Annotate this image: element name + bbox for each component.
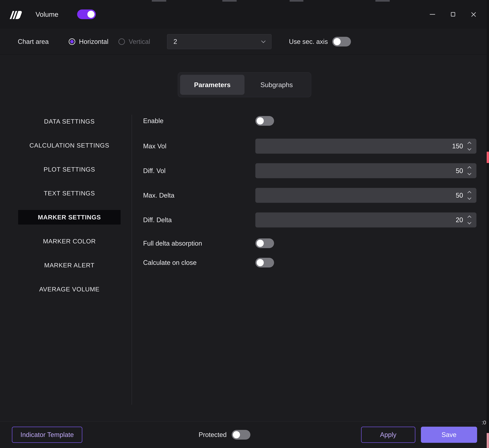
minimize-glyph	[430, 14, 435, 15]
sidebar-item-average-volume[interactable]: AVERAGE VOLUME	[18, 282, 121, 296]
chart-area-select-value: 2	[173, 38, 262, 45]
chart-area-row: Chart area Horizontal Vertical 2 Use sec…	[0, 29, 489, 55]
chevron-up-icon	[467, 191, 471, 195]
max-delta-label: Max. Delta	[143, 192, 255, 199]
tab-subgraphs[interactable]: Subgraphs	[244, 75, 309, 95]
radio-horizontal[interactable]: Horizontal	[69, 38, 108, 45]
indicator-enabled-toggle[interactable]	[77, 9, 96, 19]
max-vol-label: Max Vol	[143, 142, 255, 150]
chevron-up-icon	[467, 142, 471, 145]
radio-horizontal-label: Horizontal	[79, 38, 108, 45]
title-bar: Volume	[0, 0, 489, 29]
window-title: Volume	[36, 10, 58, 18]
chevron-down-icon	[261, 39, 266, 43]
chart-area-select[interactable]: 2	[167, 34, 271, 49]
underlying-axis-label: :0	[482, 419, 486, 426]
toggle-knob	[334, 38, 341, 45]
sidebar-item-marker-alert[interactable]: MARKER ALERT	[18, 258, 121, 272]
tab-parameters[interactable]: Parameters	[180, 75, 244, 95]
sec-axis-toggle[interactable]	[332, 37, 351, 47]
minimize-icon[interactable]	[427, 8, 439, 20]
marker-settings-form: Enable Max Vol 150 Diff. Vol 50 Max. Del…	[132, 113, 489, 405]
tab-group: Parameters Subgraphs	[178, 72, 311, 97]
underlying-chart-marker	[487, 152, 489, 163]
chevron-up-icon	[467, 166, 471, 170]
maximize-icon[interactable]	[447, 8, 459, 20]
stepper-icon[interactable]	[467, 216, 472, 224]
max-delta-row: Max. Delta 50	[143, 188, 476, 203]
full-delta-absorption-toggle[interactable]	[255, 238, 274, 248]
window-controls	[427, 8, 480, 20]
footer-bar: Indicator Template Protected Apply Save	[0, 421, 489, 448]
sidebar-item-marker-settings[interactable]: MARKER SETTINGS	[18, 210, 121, 224]
diff-delta-label: Diff. Delta	[143, 216, 255, 224]
app-logo-icon	[11, 10, 25, 19]
close-glyph	[471, 12, 477, 17]
chevron-down-icon	[467, 147, 471, 151]
full-delta-absorption-row: Full delta absorption	[143, 237, 476, 249]
underlying-window-fragment	[152, 0, 166, 2]
toggle-knob	[87, 11, 95, 18]
save-button[interactable]: Save	[421, 427, 477, 443]
radio-vertical[interactable]: Vertical	[118, 38, 150, 45]
chevron-down-icon	[467, 171, 471, 175]
sidebar-item-marker-color[interactable]: MARKER COLOR	[18, 234, 121, 248]
calculate-on-close-row: Calculate on close	[143, 256, 476, 269]
body-area: DATA SETTINGS CALCULATION SETTINGS PLOT …	[0, 113, 489, 405]
sidebar-item-text-settings[interactable]: TEXT SETTINGS	[18, 186, 121, 200]
stepper-icon[interactable]	[467, 166, 472, 175]
chart-area-label: Chart area	[18, 38, 49, 45]
diff-vol-row: Diff. Vol 50	[143, 163, 476, 178]
calculate-on-close-toggle[interactable]	[255, 258, 274, 267]
sidebar-item-data-settings[interactable]: DATA SETTINGS	[18, 114, 121, 129]
radio-vertical-label: Vertical	[129, 38, 150, 45]
stepper-icon[interactable]	[467, 142, 472, 151]
diff-delta-row: Diff. Delta 20	[143, 212, 476, 227]
max-vol-value: 150	[452, 142, 463, 150]
underlying-chart-marker	[487, 433, 489, 448]
underlying-window-fragment	[290, 0, 303, 2]
enable-row: Enable	[143, 113, 476, 128]
enable-toggle[interactable]	[255, 116, 274, 126]
chevron-down-icon	[467, 196, 471, 200]
diff-delta-input[interactable]: 20	[255, 212, 476, 227]
underlying-chart-edge	[487, 0, 489, 448]
settings-sidebar: DATA SETTINGS CALCULATION SETTINGS PLOT …	[0, 113, 132, 405]
max-vol-input[interactable]: 150	[255, 139, 476, 154]
protected-group: Protected	[199, 430, 250, 440]
stepper-icon[interactable]	[467, 191, 472, 200]
indicator-template-button[interactable]: Indicator Template	[12, 427, 82, 443]
diff-vol-label: Diff. Vol	[143, 167, 255, 175]
tabs-wrap: Parameters Subgraphs	[0, 72, 489, 97]
protected-label: Protected	[199, 431, 227, 439]
close-icon[interactable]	[468, 8, 480, 20]
enable-label: Enable	[143, 117, 255, 125]
apply-button[interactable]: Apply	[361, 427, 415, 443]
toggle-knob	[257, 117, 264, 124]
full-delta-absorption-label: Full delta absorption	[143, 240, 255, 247]
underlying-window-fragment	[375, 0, 390, 2]
diff-vol-value: 50	[456, 167, 463, 175]
sidebar-item-plot-settings[interactable]: PLOT SETTINGS	[18, 162, 121, 176]
chevron-down-icon	[467, 220, 471, 224]
diff-delta-value: 20	[456, 216, 463, 224]
maximize-glyph	[451, 12, 455, 16]
sidebar-item-calculation-settings[interactable]: CALCULATION SETTINGS	[18, 138, 121, 152]
max-delta-input[interactable]: 50	[255, 188, 476, 203]
radio-horizontal-dot[interactable]	[69, 38, 75, 45]
max-vol-row: Max Vol 150	[143, 139, 476, 154]
max-delta-value: 50	[456, 192, 463, 199]
footer-actions: Apply Save	[361, 427, 477, 443]
chevron-up-icon	[467, 216, 471, 219]
underlying-window-fragment	[222, 0, 237, 2]
calculate-on-close-label: Calculate on close	[143, 259, 255, 266]
toggle-knob	[233, 431, 240, 438]
diff-vol-input[interactable]: 50	[255, 163, 476, 178]
toggle-knob	[257, 240, 264, 247]
toggle-knob	[257, 259, 264, 266]
radio-vertical-dot[interactable]	[118, 38, 125, 45]
protected-toggle[interactable]	[232, 430, 250, 440]
sec-axis-label: Use sec. axis	[289, 38, 328, 45]
volume-settings-window: Volume Chart area Horizontal Vertical 2 …	[0, 0, 489, 448]
